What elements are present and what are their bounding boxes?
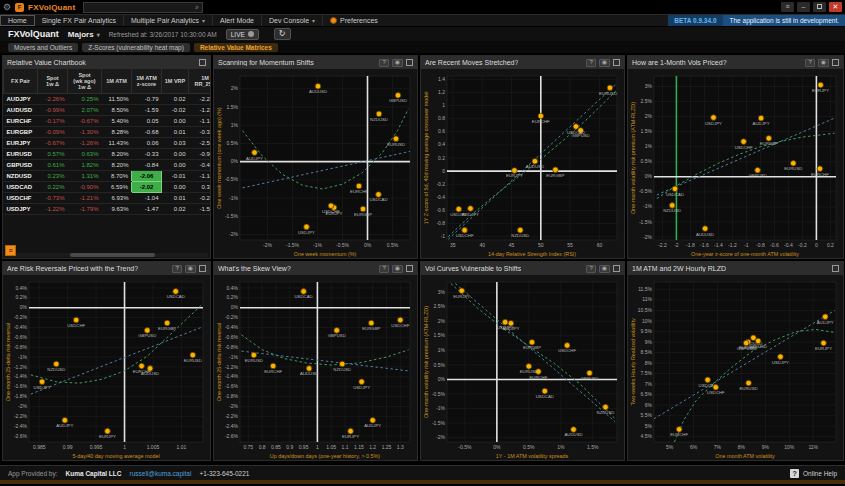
popout-icon[interactable] [199, 59, 206, 66]
column-header[interactable]: 1M VRP [162, 69, 189, 93]
menu-item-preferences[interactable]: Preferences [323, 15, 385, 26]
scatter-point[interactable] [144, 328, 150, 334]
table-row[interactable]: EURJPY-0.67%-1.26%11.43%0.060.03-2.50% [4, 137, 211, 148]
popout-icon[interactable] [406, 59, 413, 66]
snapshot-icon[interactable]: ◉ [599, 265, 610, 273]
scatter-point[interactable] [139, 363, 145, 369]
scatter-point[interactable] [791, 160, 797, 166]
scatter-point[interactable] [713, 384, 719, 390]
scatter-point[interactable] [306, 366, 312, 372]
search-input[interactable] [84, 4, 195, 11]
refresh-button[interactable]: ↻ [274, 28, 291, 40]
scatter-point[interactable] [755, 338, 761, 344]
scatter-chart[interactable]: -0.5%0%0.5%1%1.5%-2%-1.5%-1%-0.5%0%0.5%1… [421, 275, 624, 460]
scatter-point[interactable] [669, 203, 675, 209]
scatter-point[interactable] [105, 428, 111, 434]
menu-item-multiple-pair[interactable]: Multiple Pair Analytics▾ [124, 15, 213, 26]
minimize-button[interactable]: – [797, 2, 810, 12]
popout-icon[interactable] [832, 59, 839, 66]
scatter-point[interactable] [573, 124, 579, 130]
scatter-point[interactable] [339, 361, 345, 367]
popout-icon[interactable] [832, 265, 839, 272]
chartbook-table-container[interactable]: FX PairSpot 1w ΔSpot (wk ago) 1w Δ1M ATM… [3, 69, 210, 258]
scatter-point[interactable] [315, 83, 321, 89]
scatter-point[interactable] [672, 186, 678, 192]
scatter-chart[interactable]: -2.2-2-1.8-1.6-1.4-1.2-1-0.8-0.6-0.4-0.2… [628, 69, 843, 258]
scatter-point[interactable] [529, 339, 535, 345]
close-button[interactable]: ✕ [829, 2, 842, 12]
scatter-point[interactable] [190, 352, 196, 358]
scatter-point[interactable] [252, 150, 258, 156]
column-header[interactable]: 1M RR_25D [189, 69, 211, 93]
table-row[interactable]: EURCHF-0.17%-0.67%5.40%0.050.00-1.18% [4, 115, 211, 126]
scatter-point[interactable] [538, 113, 544, 119]
snapshot-icon[interactable]: ◉ [818, 59, 829, 67]
scatter-point[interactable] [587, 370, 593, 376]
scatter-point[interactable] [304, 224, 310, 230]
popout-icon[interactable] [406, 265, 413, 272]
table-row[interactable]: AUDJPY-2.26%0.25%11.50%-0.790.02-2.28% [4, 93, 211, 104]
table-row[interactable]: USDCAD0.22%-0.90%6.59%-2.020.000.33% [4, 181, 211, 192]
maximize-button[interactable] [813, 2, 826, 12]
scatter-point[interactable] [607, 85, 613, 91]
window-menu-button[interactable]: ≡ [781, 2, 794, 12]
scatter-point[interactable] [393, 136, 399, 142]
scatter-point[interactable] [73, 317, 79, 323]
scatter-point[interactable] [755, 167, 761, 173]
scatter-point[interactable] [711, 115, 717, 121]
support-email-link[interactable]: russell@kuma.capital [130, 470, 192, 477]
scatter-point[interactable] [512, 168, 518, 174]
menu-item-alert-mode[interactable]: Alert Mode [213, 15, 262, 26]
scatter-chart[interactable]: 0.9850.990.99511.0051.01-2.6%-2.4%-2.2%-… [3, 275, 210, 460]
scatter-point[interactable] [821, 340, 827, 346]
horizontal-scrollbar[interactable] [5, 253, 208, 257]
scatter-point[interactable] [398, 317, 404, 323]
drawer-handle-button[interactable]: ≡ [5, 245, 16, 256]
scatter-point[interactable] [676, 427, 682, 433]
tab-z-scores[interactable]: Z-Scores (vulnerability heat map) [82, 43, 190, 52]
scatter-point[interactable] [62, 417, 68, 423]
table-row[interactable]: AUDUSD-0.99%2.07%8.50%-1.59-0.02-1.23% [4, 104, 211, 115]
scatter-chart[interactable]: 5%6%7%8%9%10%11%4.5%5%5.5%6%6.5%7%7.5%8%… [628, 275, 843, 460]
column-header[interactable]: FX Pair [4, 69, 38, 93]
scatter-point[interactable] [705, 377, 711, 383]
scatter-point[interactable] [766, 135, 772, 141]
column-header[interactable]: 1M ATM z-score [132, 69, 162, 93]
scrollbar-thumb[interactable] [70, 253, 155, 257]
scatter-point[interactable] [39, 379, 45, 385]
table-row[interactable]: USDJPY-1.22%-1.79%9.63%-1.470.02-1.50% [4, 203, 211, 214]
scatter-point[interactable] [360, 206, 366, 212]
scatter-point[interactable] [532, 158, 538, 164]
menu-item-dev-console[interactable]: Dev Console▾ [262, 15, 323, 26]
help-icon[interactable]: ? [379, 265, 388, 273]
help-icon[interactable]: ? [172, 265, 181, 273]
help-icon[interactable]: ? [790, 469, 799, 478]
scatter-point[interactable] [564, 343, 570, 349]
scatter-point[interactable] [571, 427, 577, 433]
scatter-point[interactable] [370, 417, 376, 423]
scatter-point[interactable] [468, 206, 474, 212]
scatter-chart[interactable]: 0.750.80.850.90.9511.051.11.151.21.251.3… [214, 275, 417, 460]
scatter-point[interactable] [356, 183, 362, 189]
scatter-point[interactable] [328, 203, 334, 209]
scatter-point[interactable] [164, 320, 170, 326]
snapshot-icon[interactable]: ◉ [392, 59, 403, 67]
help-icon[interactable]: ? [805, 59, 814, 67]
snapshot-icon[interactable]: ◉ [185, 265, 196, 273]
scatter-point[interactable] [818, 82, 824, 88]
popout-icon[interactable] [613, 265, 620, 272]
scatter-point[interactable] [603, 404, 609, 410]
live-toggle[interactable]: LIVE [226, 29, 259, 40]
universe-dropdown[interactable]: Majors▾ [68, 30, 100, 39]
scatter-point[interactable] [456, 206, 462, 212]
scatter-point[interactable] [359, 379, 365, 385]
scatter-point[interactable] [334, 328, 340, 334]
scatter-point[interactable] [502, 319, 508, 325]
snapshot-icon[interactable]: ◉ [392, 265, 403, 273]
scatter-point[interactable] [758, 115, 764, 121]
table-row[interactable]: USDCHF-0.73%-1.21%6.93%-1.040.01-0.25% [4, 192, 211, 203]
search-icon[interactable]: ⌕ [195, 3, 202, 11]
snapshot-icon[interactable]: ◉ [599, 59, 610, 67]
help-icon[interactable]: ? [586, 265, 595, 273]
online-help-link[interactable]: Online Help [803, 470, 837, 477]
